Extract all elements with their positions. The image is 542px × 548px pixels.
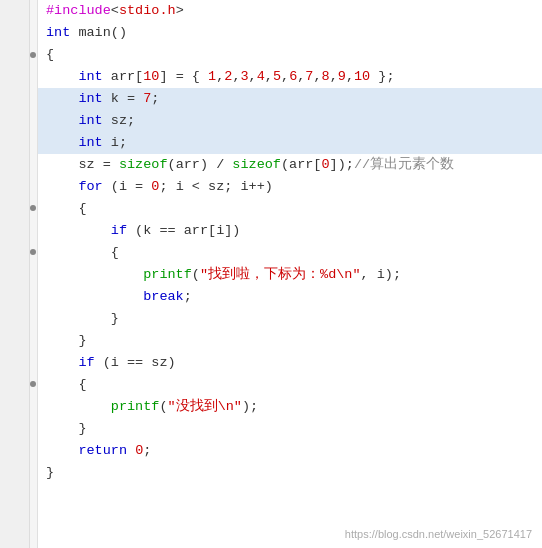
code-line: if (k == arr[i]) [38,220,542,242]
code-line: { [38,242,542,264]
code-line: } [38,330,542,352]
line-numbers [0,0,30,548]
code-content: #include<stdio.h> int main() { int arr[1… [38,0,542,548]
code-line: { [38,44,542,66]
code-line: int i; [38,132,542,154]
code-line: if (i == sz) [38,352,542,374]
code-line: } [38,308,542,330]
code-line: return 0; [38,440,542,462]
code-container: #include<stdio.h> int main() { int arr[1… [0,0,542,548]
code-line: } [38,418,542,440]
code-line: int arr[10] = { 1,2,3,4,5,6,7,8,9,10 }; [38,66,542,88]
code-line: int main() [38,22,542,44]
code-line: } [38,462,542,484]
code-line: printf("没找到\n"); [38,396,542,418]
code-line: sz = sizeof(arr) / sizeof(arr[0]);//算出元素… [38,154,542,176]
code-line: #include<stdio.h> [38,0,542,22]
code-line: int sz; [38,110,542,132]
code-line: for (i = 0; i < sz; i++) [38,176,542,198]
code-line: { [38,198,542,220]
watermark: https://blog.csdn.net/weixin_52671417 [345,528,532,540]
code-line: { [38,374,542,396]
code-editor: #include<stdio.h> int main() { int arr[1… [0,0,542,548]
code-line: break; [38,286,542,308]
gutter [30,0,38,548]
code-line: int k = 7; [38,88,542,110]
code-line: printf("找到啦，下标为：%d\n", i); [38,264,542,286]
